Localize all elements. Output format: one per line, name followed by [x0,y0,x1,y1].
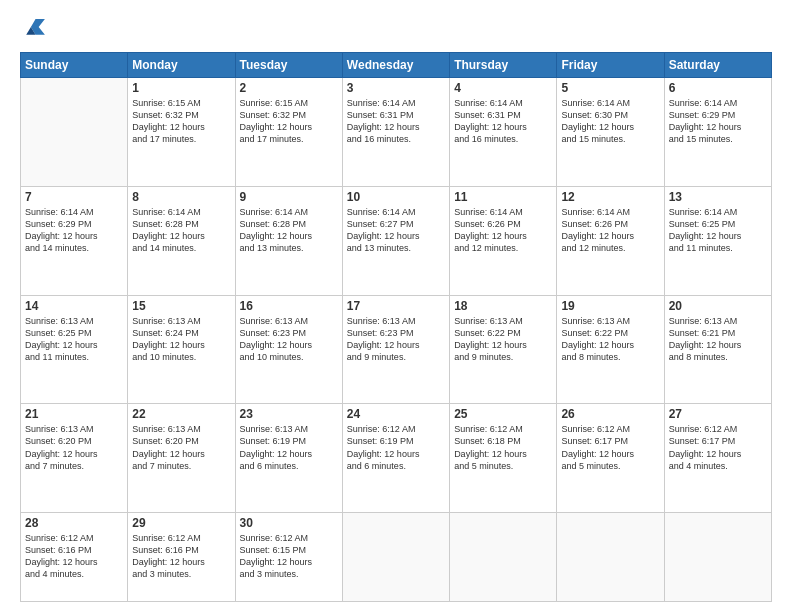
day-number: 27 [669,407,767,421]
calendar-cell: 21Sunrise: 6:13 AM Sunset: 6:20 PM Dayli… [21,404,128,513]
calendar-cell: 19Sunrise: 6:13 AM Sunset: 6:22 PM Dayli… [557,295,664,404]
day-number: 21 [25,407,123,421]
calendar-cell: 15Sunrise: 6:13 AM Sunset: 6:24 PM Dayli… [128,295,235,404]
weekday-header-row: SundayMondayTuesdayWednesdayThursdayFrid… [21,53,772,78]
day-number: 18 [454,299,552,313]
day-info: Sunrise: 6:12 AM Sunset: 6:15 PM Dayligh… [240,532,338,581]
day-number: 28 [25,516,123,530]
day-info: Sunrise: 6:14 AM Sunset: 6:27 PM Dayligh… [347,206,445,255]
day-info: Sunrise: 6:13 AM Sunset: 6:20 PM Dayligh… [25,423,123,472]
day-number: 4 [454,81,552,95]
day-number: 11 [454,190,552,204]
day-info: Sunrise: 6:13 AM Sunset: 6:19 PM Dayligh… [240,423,338,472]
day-info: Sunrise: 6:14 AM Sunset: 6:31 PM Dayligh… [347,97,445,146]
calendar-cell: 26Sunrise: 6:12 AM Sunset: 6:17 PM Dayli… [557,404,664,513]
calendar-cell: 27Sunrise: 6:12 AM Sunset: 6:17 PM Dayli… [664,404,771,513]
day-info: Sunrise: 6:13 AM Sunset: 6:21 PM Dayligh… [669,315,767,364]
calendar-cell [342,513,449,602]
calendar-week-4: 28Sunrise: 6:12 AM Sunset: 6:16 PM Dayli… [21,513,772,602]
day-number: 10 [347,190,445,204]
day-info: Sunrise: 6:12 AM Sunset: 6:18 PM Dayligh… [454,423,552,472]
calendar-week-3: 21Sunrise: 6:13 AM Sunset: 6:20 PM Dayli… [21,404,772,513]
day-info: Sunrise: 6:14 AM Sunset: 6:28 PM Dayligh… [132,206,230,255]
calendar-cell: 28Sunrise: 6:12 AM Sunset: 6:16 PM Dayli… [21,513,128,602]
calendar-cell: 29Sunrise: 6:12 AM Sunset: 6:16 PM Dayli… [128,513,235,602]
calendar-cell: 8Sunrise: 6:14 AM Sunset: 6:28 PM Daylig… [128,186,235,295]
weekday-header-friday: Friday [557,53,664,78]
calendar-cell [557,513,664,602]
day-info: Sunrise: 6:13 AM Sunset: 6:24 PM Dayligh… [132,315,230,364]
day-info: Sunrise: 6:14 AM Sunset: 6:29 PM Dayligh… [669,97,767,146]
logo [20,16,52,44]
day-info: Sunrise: 6:12 AM Sunset: 6:16 PM Dayligh… [132,532,230,581]
day-info: Sunrise: 6:13 AM Sunset: 6:20 PM Dayligh… [132,423,230,472]
day-number: 26 [561,407,659,421]
calendar-cell: 6Sunrise: 6:14 AM Sunset: 6:29 PM Daylig… [664,78,771,187]
day-info: Sunrise: 6:14 AM Sunset: 6:31 PM Dayligh… [454,97,552,146]
calendar-cell: 24Sunrise: 6:12 AM Sunset: 6:19 PM Dayli… [342,404,449,513]
weekday-header-saturday: Saturday [664,53,771,78]
day-number: 22 [132,407,230,421]
weekday-header-sunday: Sunday [21,53,128,78]
calendar-cell: 18Sunrise: 6:13 AM Sunset: 6:22 PM Dayli… [450,295,557,404]
weekday-header-monday: Monday [128,53,235,78]
day-number: 5 [561,81,659,95]
day-number: 20 [669,299,767,313]
day-info: Sunrise: 6:12 AM Sunset: 6:16 PM Dayligh… [25,532,123,581]
header [20,16,772,44]
day-number: 8 [132,190,230,204]
day-number: 17 [347,299,445,313]
day-info: Sunrise: 6:14 AM Sunset: 6:28 PM Dayligh… [240,206,338,255]
day-number: 9 [240,190,338,204]
day-number: 30 [240,516,338,530]
calendar-cell [664,513,771,602]
day-info: Sunrise: 6:15 AM Sunset: 6:32 PM Dayligh… [132,97,230,146]
day-info: Sunrise: 6:14 AM Sunset: 6:25 PM Dayligh… [669,206,767,255]
day-info: Sunrise: 6:14 AM Sunset: 6:29 PM Dayligh… [25,206,123,255]
calendar-cell: 11Sunrise: 6:14 AM Sunset: 6:26 PM Dayli… [450,186,557,295]
day-info: Sunrise: 6:12 AM Sunset: 6:17 PM Dayligh… [669,423,767,472]
calendar-cell: 2Sunrise: 6:15 AM Sunset: 6:32 PM Daylig… [235,78,342,187]
calendar-cell: 17Sunrise: 6:13 AM Sunset: 6:23 PM Dayli… [342,295,449,404]
calendar-week-2: 14Sunrise: 6:13 AM Sunset: 6:25 PM Dayli… [21,295,772,404]
page: SundayMondayTuesdayWednesdayThursdayFrid… [0,0,792,612]
day-number: 1 [132,81,230,95]
calendar-cell: 23Sunrise: 6:13 AM Sunset: 6:19 PM Dayli… [235,404,342,513]
day-info: Sunrise: 6:13 AM Sunset: 6:25 PM Dayligh… [25,315,123,364]
day-number: 19 [561,299,659,313]
calendar-cell: 10Sunrise: 6:14 AM Sunset: 6:27 PM Dayli… [342,186,449,295]
day-info: Sunrise: 6:13 AM Sunset: 6:22 PM Dayligh… [561,315,659,364]
calendar-cell: 9Sunrise: 6:14 AM Sunset: 6:28 PM Daylig… [235,186,342,295]
calendar-cell: 13Sunrise: 6:14 AM Sunset: 6:25 PM Dayli… [664,186,771,295]
day-info: Sunrise: 6:15 AM Sunset: 6:32 PM Dayligh… [240,97,338,146]
calendar-cell: 22Sunrise: 6:13 AM Sunset: 6:20 PM Dayli… [128,404,235,513]
day-number: 23 [240,407,338,421]
calendar-cell: 20Sunrise: 6:13 AM Sunset: 6:21 PM Dayli… [664,295,771,404]
calendar-cell [450,513,557,602]
calendar-cell [21,78,128,187]
day-info: Sunrise: 6:13 AM Sunset: 6:22 PM Dayligh… [454,315,552,364]
calendar-cell: 1Sunrise: 6:15 AM Sunset: 6:32 PM Daylig… [128,78,235,187]
calendar-cell: 16Sunrise: 6:13 AM Sunset: 6:23 PM Dayli… [235,295,342,404]
day-number: 15 [132,299,230,313]
day-number: 14 [25,299,123,313]
calendar-week-0: 1Sunrise: 6:15 AM Sunset: 6:32 PM Daylig… [21,78,772,187]
day-info: Sunrise: 6:14 AM Sunset: 6:26 PM Dayligh… [454,206,552,255]
calendar-cell: 7Sunrise: 6:14 AM Sunset: 6:29 PM Daylig… [21,186,128,295]
day-number: 16 [240,299,338,313]
calendar-cell: 25Sunrise: 6:12 AM Sunset: 6:18 PM Dayli… [450,404,557,513]
day-number: 24 [347,407,445,421]
day-info: Sunrise: 6:12 AM Sunset: 6:19 PM Dayligh… [347,423,445,472]
day-number: 25 [454,407,552,421]
day-number: 7 [25,190,123,204]
day-info: Sunrise: 6:13 AM Sunset: 6:23 PM Dayligh… [240,315,338,364]
calendar-cell: 5Sunrise: 6:14 AM Sunset: 6:30 PM Daylig… [557,78,664,187]
calendar-cell: 30Sunrise: 6:12 AM Sunset: 6:15 PM Dayli… [235,513,342,602]
day-info: Sunrise: 6:13 AM Sunset: 6:23 PM Dayligh… [347,315,445,364]
day-number: 6 [669,81,767,95]
weekday-header-thursday: Thursday [450,53,557,78]
day-info: Sunrise: 6:14 AM Sunset: 6:30 PM Dayligh… [561,97,659,146]
day-number: 2 [240,81,338,95]
day-number: 12 [561,190,659,204]
calendar-cell: 14Sunrise: 6:13 AM Sunset: 6:25 PM Dayli… [21,295,128,404]
